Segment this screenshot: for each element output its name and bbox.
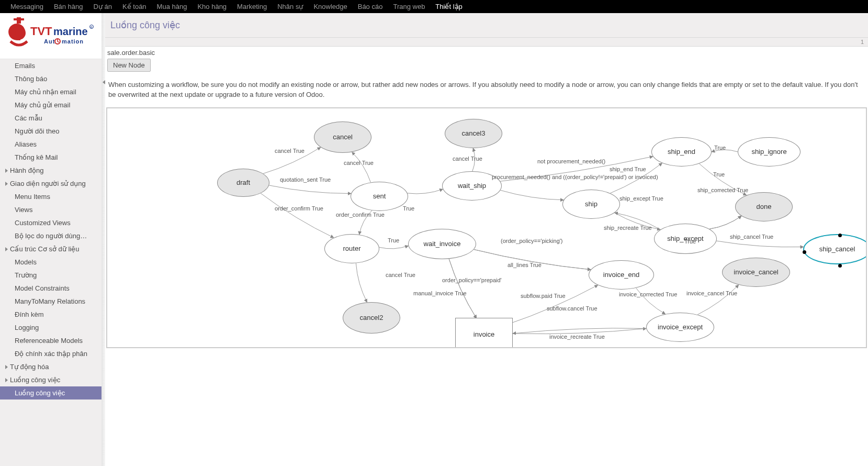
sidebar-item-manytomany-relations[interactable]: ManyToMany Relations [0,295,102,308]
node-invoice_end[interactable]: invoice_end [589,260,654,290]
nav-dự-án[interactable]: Dự án [88,0,117,13]
edge-label[interactable]: ship_cancel True [730,234,773,240]
nav-trang-web[interactable]: Trang web [388,0,430,13]
node-cancel3[interactable]: cancel3 [445,119,502,148]
sidebar-section-luồng-công-việc[interactable]: Luồng công việc [0,373,102,386]
chevron-right-icon [5,365,8,369]
edge-label[interactable]: ship_recreate True [604,225,652,231]
edge-label[interactable]: cancel True [344,160,374,166]
resize-handle[interactable] [838,234,842,237]
nav-bán-hàng[interactable]: Bán hàng [49,0,88,13]
resize-handle[interactable] [838,264,842,268]
workflow-diagram[interactable]: draftcancelsentroutercancel2cancel3wait_… [106,107,867,348]
edge-label[interactable]: cancel True [275,148,305,154]
svg-rect-1 [17,29,20,40]
node-draft[interactable]: draft [217,169,269,197]
node-ship[interactable]: ship [562,190,620,219]
edge-label[interactable]: ship_except True [619,195,663,202]
sidebar-item-th-ng-k-mail[interactable]: Thống kê Mail [0,151,102,164]
resize-handle[interactable] [803,250,806,254]
edge-label[interactable]: order_policy=='prepaid' [442,277,502,283]
svg-text:R: R [91,26,93,29]
sidebar-item-lu-ng-c-ng-vi-c[interactable]: Luồng công việc [0,386,102,400]
node-wait_invoice[interactable]: wait_invoice [408,229,476,259]
edge-label[interactable]: subflow.paid True [521,293,566,299]
sidebar-item-models[interactable]: Models [0,256,102,269]
edge-label[interactable]: ship_end True [610,166,646,172]
nav-knowledge[interactable]: Knowledge [308,0,352,13]
nav-kế-toán[interactable]: Kế toán [117,0,152,13]
edge-label[interactable]: True [714,145,726,151]
node-sent[interactable]: sent [351,182,408,211]
sidebar-item-referenceable-models[interactable]: Referenceable Models [0,334,102,347]
chevron-right-icon [5,182,8,186]
edge-label[interactable]: cancel True [453,156,482,162]
sidebar-item-emails[interactable]: Emails [0,59,102,72]
edge-label[interactable]: ship_corrected True [697,187,748,193]
edge-label[interactable]: (order_policy=='picking') [501,238,563,244]
nav-thiết-lập[interactable]: Thiết lập [430,0,467,13]
sidebar-item-th-ng-b-o[interactable]: Thông báo [0,72,102,85]
edge-label[interactable]: order_confirm True [336,212,385,218]
node-ship_cancel[interactable]: ship_cancelx [803,234,867,264]
edge-label[interactable]: not procurement_needed() [537,158,605,164]
chevron-right-icon [5,247,8,251]
node-ship_end[interactable]: ship_end [651,137,712,167]
sidebar-item--nh-k-m[interactable]: Đính kèm [0,308,102,321]
edge-label[interactable]: subflow.cancel True [547,305,598,312]
nav-mua-hàng[interactable]: Mua hàng [152,0,193,13]
sidebar-item-ng-i-d-i-theo[interactable]: Người dõi theo [0,125,102,138]
edge-label[interactable]: procurement_needed() and ((order_policy!… [492,174,658,180]
node-invoice[interactable]: invoice [455,318,513,348]
chevron-right-icon [5,169,8,173]
edge-label[interactable]: order_confirm True [275,205,323,212]
sidebar-item-menu-items[interactable]: Menu Items [0,190,102,203]
sidebar-item-c-c-m-u[interactable]: Các mẫu [0,112,102,125]
sidebar-section-giao-diện-người-sử-dụng[interactable]: Giao diện người sử dụng [0,177,102,190]
edge-label[interactable]: True [403,205,414,212]
sidebar-item-aliases[interactable]: Aliases [0,138,102,151]
node-ship_ignore[interactable]: ship_ignore [738,137,801,167]
node-router[interactable]: router [324,234,379,263]
sidebar-item--ch-nh-x-c-th-p-ph-n[interactable]: Độ chính xác thập phân [0,347,102,360]
svg-text:Aut: Aut [44,38,55,45]
nav-báo-cáo[interactable]: Báo cáo [353,0,388,13]
nav-messaging[interactable]: Messaging [5,0,49,13]
sidebar-item-tr-ng[interactable]: Trường [0,269,102,282]
node-cancel2[interactable]: cancel2 [343,302,400,334]
sidebar-section-cấu-trúc-cơ-sở-dữ-liệu[interactable]: Cấu trúc Cơ sở dữ liệu [0,242,102,256]
sidebar-item-b-l-c-do-ng-i-d-ng-[interactable]: Bộ lọc do người dùng… [0,229,102,242]
sidebar-section-hành-động[interactable]: Hành động [0,164,102,177]
sidebar-item-customized-views[interactable]: Customized Views [0,216,102,229]
svg-text:TVT: TVT [30,25,52,38]
nav-marketing[interactable]: Marketing [232,0,272,13]
sidebar-section-tự-động-hóa[interactable]: Tự động hóa [0,360,102,373]
page-title: Luồng công việc [105,13,868,38]
content-area: Luồng công việc 1 sale.order.basic New N… [105,13,868,466]
edge-label[interactable]: manual_invoice True [413,290,467,296]
edge-label[interactable]: invoice_corrected True [619,291,677,297]
sidebar-item-m-y-ch-g-i-email[interactable]: Máy chủ gửi email [0,98,102,112]
node-cancel[interactable]: cancel [314,121,371,153]
node-invoice_cancel[interactable]: invoice_cancel [722,258,790,287]
edge-label[interactable]: cancel True [386,272,415,278]
edge-label[interactable]: True [388,237,399,243]
edge-label[interactable]: True [684,238,696,245]
edge-label[interactable]: True [713,171,725,177]
edge-label[interactable]: quotation_sent True [280,176,331,183]
sidebar-item-m-y-ch-nh-n-email[interactable]: Máy chủ nhận email [0,85,102,98]
edge-label[interactable]: invoice_recreate True [549,334,605,340]
record-name: sale.order.basic [105,49,864,58]
sidebar-item-model-constraints[interactable]: Model Constraints [0,282,102,295]
node-invoice_except[interactable]: invoice_except [646,313,714,342]
sidebar: TVT marine R Aut mation EmailsThông báoM… [0,13,102,466]
new-node-button[interactable]: New Node [107,59,151,72]
sidebar-item-logging[interactable]: Logging [0,321,102,334]
nav-nhân-sự[interactable]: Nhân sự [272,0,308,13]
edge-label[interactable]: all_lines True [508,262,542,268]
edge-label[interactable]: invoice_cancel True [686,290,737,296]
node-done[interactable]: done [735,192,793,221]
sidebar-item-views[interactable]: Views [0,203,102,216]
nav-kho-hàng[interactable]: Kho hàng [192,0,232,13]
svg-text:mation: mation [62,38,84,45]
